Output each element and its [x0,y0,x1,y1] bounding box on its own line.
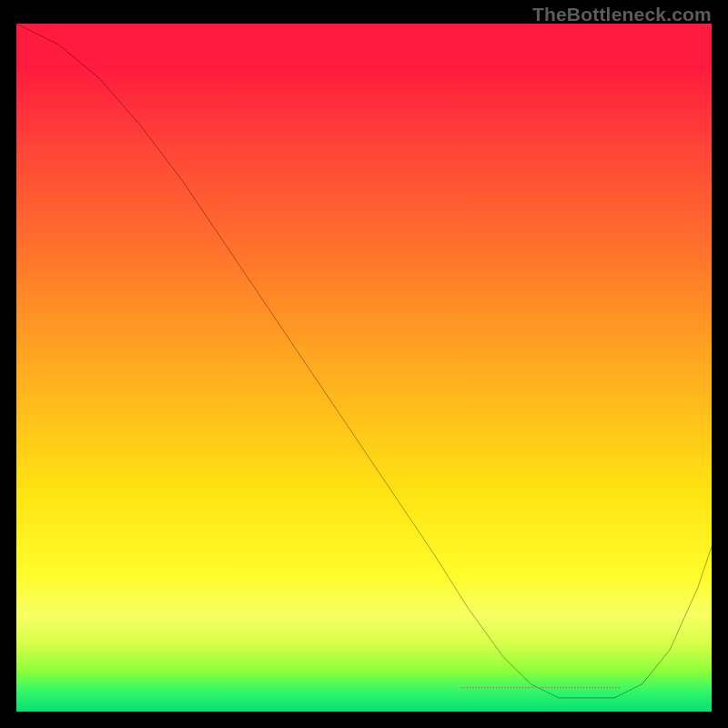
watermark-text: TheBottleneck.com [532,4,712,25]
chart-svg [16,24,712,712]
plot-area [16,24,712,712]
main-curve-path [16,24,712,698]
chart-stage: TheBottleneck.com [0,0,728,728]
